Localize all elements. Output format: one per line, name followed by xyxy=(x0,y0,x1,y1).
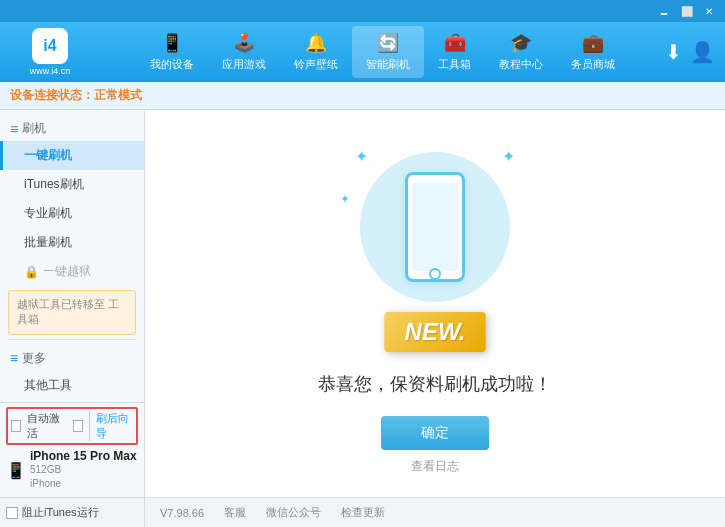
more-section-icon: ≡ xyxy=(10,350,18,366)
sparkle-icon-2: ✦ xyxy=(502,147,515,166)
itunes-flash-label: iTunes刷机 xyxy=(24,177,84,191)
logo-url: www.i4.cn xyxy=(30,66,71,76)
success-message: 恭喜您，保资料刷机成功啦！ xyxy=(318,372,552,396)
check-update-link[interactable]: 检查更新 xyxy=(341,505,385,520)
success-illustration: ✦ ✦ ✦ NEW. xyxy=(335,132,535,352)
other-tools-label: 其他工具 xyxy=(24,378,72,392)
status-value: 正常模式 xyxy=(94,87,142,104)
nav-tutorial-label: 教程中心 xyxy=(499,57,543,72)
nav-my-device-label: 我的设备 xyxy=(150,57,194,72)
itunes-checkbox[interactable] xyxy=(6,507,18,519)
download-icon[interactable]: ⬇ xyxy=(665,40,682,64)
nav-service-label: 务员商城 xyxy=(571,57,615,72)
sidebar-flash-label: 刷机 xyxy=(22,120,46,137)
user-icon[interactable]: 👤 xyxy=(690,40,715,64)
new-badge-text: NEW. xyxy=(405,318,466,345)
content-area: ✦ ✦ ✦ NEW. 恭喜您，保资料刷机成功啦！ 确定 查看日志 xyxy=(145,110,725,497)
device-info: 📱 iPhone 15 Pro Max 512GB iPhone xyxy=(6,447,138,493)
window-titlebar: 🗕 ⬜ ✕ xyxy=(0,0,725,22)
nav-ringtones[interactable]: 🔔 铃声壁纸 xyxy=(280,26,352,78)
sidebar-item-other-tools[interactable]: 其他工具 xyxy=(0,371,144,400)
device-storage: 512GB xyxy=(30,463,137,477)
app-window: 🗕 ⬜ ✕ i4 www.i4.cn 📱 我的设备 🕹️ 应用游戏 🔔 铃声壁纸 xyxy=(0,0,725,527)
new-badge: NEW. xyxy=(385,312,486,352)
service-icon: 💼 xyxy=(582,32,604,54)
toolbox-icon: 🧰 xyxy=(444,32,466,54)
main-section: ≡ 刷机 一键刷机 iTunes刷机 专业刷机 批量刷机 🔒 一键越狱 xyxy=(0,110,725,497)
confirm-button[interactable]: 确定 xyxy=(381,416,489,450)
flash-section-icon: ≡ xyxy=(10,121,18,137)
view-log-link[interactable]: 查看日志 xyxy=(411,458,459,475)
lock-icon: 🔒 xyxy=(24,265,39,279)
phone-screen xyxy=(412,183,458,271)
wechat-link[interactable]: 微信公众号 xyxy=(266,505,321,520)
sparkle-icon-3: ✦ xyxy=(340,192,350,206)
sidebar-flash-section: ≡ 刷机 xyxy=(0,114,144,141)
sidebar-divider xyxy=(8,339,136,340)
ringtones-icon: 🔔 xyxy=(305,32,327,54)
my-device-icon: 📱 xyxy=(161,32,183,54)
nav-toolbox-label: 工具箱 xyxy=(438,57,471,72)
guide-checkbox[interactable] xyxy=(73,420,83,432)
tutorial-icon: 🎓 xyxy=(510,32,532,54)
logo-icon: i4 xyxy=(32,28,68,64)
sidebar-item-itunes-flash[interactable]: iTunes刷机 xyxy=(0,170,144,199)
auto-activate-checkbox[interactable] xyxy=(11,420,21,432)
nav-smart-flash[interactable]: 🔄 智能刷机 xyxy=(352,26,424,78)
customer-service-link[interactable]: 客服 xyxy=(224,505,246,520)
phone-body xyxy=(405,172,465,282)
status-prefix: 设备连接状态： xyxy=(10,87,94,104)
close-icon[interactable]: ✕ xyxy=(701,4,717,19)
sidebar-item-pro-flash[interactable]: 专业刷机 xyxy=(0,199,144,228)
sidebar-item-one-click-flash[interactable]: 一键刷机 xyxy=(0,141,144,170)
app-logo: i4 www.i4.cn xyxy=(10,28,90,76)
bottom-left: 阻止iTunes运行 xyxy=(0,498,145,527)
smart-flash-icon: 🔄 xyxy=(377,32,399,54)
notice-text: 越狱工具已转移至 工具箱 xyxy=(17,298,119,325)
nav-service[interactable]: 💼 务员商城 xyxy=(557,26,629,78)
minimize-icon[interactable]: 🗕 xyxy=(655,4,673,19)
nav-ringtones-label: 铃声壁纸 xyxy=(294,57,338,72)
device-name: iPhone 15 Pro Max xyxy=(30,449,137,463)
phone-circle xyxy=(360,152,510,302)
itunes-label: 阻止iTunes运行 xyxy=(22,505,99,520)
main-nav: 📱 我的设备 🕹️ 应用游戏 🔔 铃声壁纸 🔄 智能刷机 🧰 工具箱 🎓 xyxy=(100,26,665,78)
phone-home-button xyxy=(429,268,441,280)
bottom-bar: 阻止iTunes运行 V7.98.66 客服 微信公众号 检查更新 xyxy=(0,497,725,527)
sidebar-item-jailbreak: 🔒 一键越狱 xyxy=(0,257,144,286)
device-phone-icon: 📱 xyxy=(6,461,26,480)
apps-icon: 🕹️ xyxy=(233,32,255,54)
jailbreak-label: 一键越狱 xyxy=(43,263,91,280)
version-label: V7.98.66 xyxy=(160,507,204,519)
nav-my-device[interactable]: 📱 我的设备 xyxy=(136,26,208,78)
status-bar: 设备连接状态： 正常模式 xyxy=(0,82,725,110)
nav-apps-label: 应用游戏 xyxy=(222,57,266,72)
guide-label[interactable]: 刷后向导 xyxy=(89,411,133,441)
header-actions: ⬇ 👤 xyxy=(665,40,715,64)
sidebar-item-batch-flash[interactable]: 批量刷机 xyxy=(0,228,144,257)
device-type: iPhone xyxy=(30,477,137,491)
maximize-icon[interactable]: ⬜ xyxy=(677,4,697,19)
sidebar-device-section: 自动激活 刷后向导 📱 iPhone 15 Pro Max 512GB iPho… xyxy=(0,402,144,497)
sidebar-more-label: 更多 xyxy=(22,350,46,367)
sidebar-notice: 越狱工具已转移至 工具箱 xyxy=(8,290,136,335)
nav-smart-flash-label: 智能刷机 xyxy=(366,57,410,72)
nav-toolbox[interactable]: 🧰 工具箱 xyxy=(424,26,485,78)
main-header: i4 www.i4.cn 📱 我的设备 🕹️ 应用游戏 🔔 铃声壁纸 🔄 智能刷… xyxy=(0,22,725,82)
device-options-row: 自动激活 刷后向导 xyxy=(6,407,138,445)
sidebar: ≡ 刷机 一键刷机 iTunes刷机 专业刷机 批量刷机 🔒 一键越狱 xyxy=(0,110,145,497)
batch-flash-label: 批量刷机 xyxy=(24,235,72,249)
sparkle-icon-1: ✦ xyxy=(355,147,368,166)
itunes-checkbox-row: 阻止iTunes运行 xyxy=(6,505,99,520)
auto-activate-label[interactable]: 自动激活 xyxy=(27,411,64,441)
nav-apps-games[interactable]: 🕹️ 应用游戏 xyxy=(208,26,280,78)
sidebar-more-section: ≡ 更多 xyxy=(0,344,144,371)
pro-flash-label: 专业刷机 xyxy=(24,206,72,220)
one-click-flash-label: 一键刷机 xyxy=(24,148,72,162)
sidebar-scroll: ≡ 刷机 一键刷机 iTunes刷机 专业刷机 批量刷机 🔒 一键越狱 xyxy=(0,110,144,402)
bottom-right: V7.98.66 客服 微信公众号 检查更新 xyxy=(145,505,725,520)
nav-tutorial[interactable]: 🎓 教程中心 xyxy=(485,26,557,78)
